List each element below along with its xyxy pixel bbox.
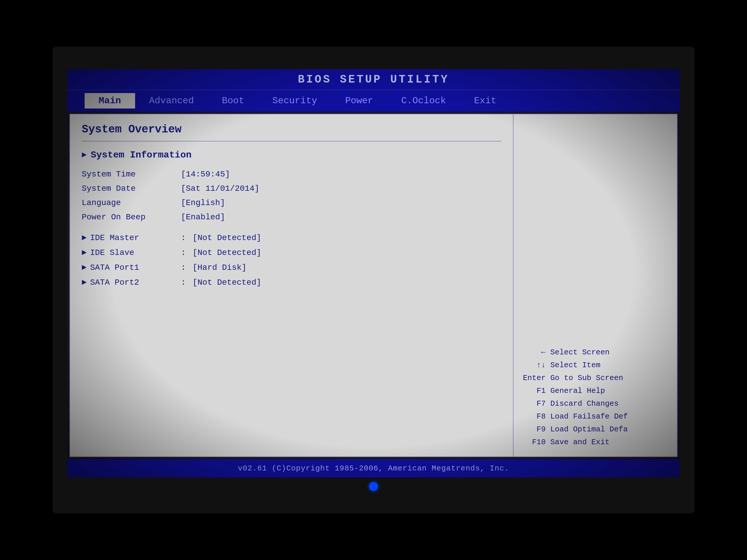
- right-panel: ← Select Screen ↑↓ Select Item Enter Go …: [514, 114, 677, 456]
- help-key-enter: Enter: [522, 374, 546, 382]
- ide-master-label[interactable]: ► IDE Master: [82, 233, 181, 242]
- power-indicator: [369, 482, 378, 491]
- footer: v02.61 (C)Copyright 1985-2006, American …: [67, 459, 680, 477]
- help-key-f7: F7: [522, 399, 546, 408]
- sata-port1-label[interactable]: ► SATA Port1: [82, 263, 181, 272]
- help-row-f9: F9 Load Optimal Defa: [522, 425, 668, 434]
- help-section: ← Select Screen ↑↓ Select Item Enter Go …: [522, 348, 668, 451]
- time-label: System Time: [82, 170, 181, 179]
- ide-master-colon: :: [181, 233, 192, 242]
- system-info-grid: System Time [14:59:45] System Date [Sat …: [82, 170, 501, 222]
- help-row-f1: F1 General Help: [522, 386, 668, 395]
- divider: [82, 141, 501, 141]
- help-key-f1: F1: [522, 386, 546, 395]
- section-title: System Overview: [82, 123, 501, 136]
- help-key-f8: F8: [522, 412, 546, 421]
- beep-value[interactable]: [Enabled]: [181, 213, 501, 222]
- sata-port2-colon: :: [181, 278, 192, 287]
- help-row-f8: F8 Load Failsafe Def: [522, 412, 668, 421]
- help-row-enter: Enter Go to Sub Screen: [522, 374, 668, 382]
- help-row-f7: F7 Discard Changes: [522, 399, 668, 408]
- nav-item-coclock[interactable]: C.Oclock: [387, 93, 460, 108]
- device-section: ► IDE Master : [Not Detected] ► IDE Slav…: [82, 233, 501, 287]
- sub-section-label: System Information: [91, 150, 192, 160]
- nav-item-power[interactable]: Power: [331, 93, 387, 108]
- date-value[interactable]: [Sat 11/01/2014]: [181, 184, 501, 193]
- nav-item-main[interactable]: Main: [85, 93, 135, 108]
- ide-master-value: [Not Detected]: [192, 233, 501, 242]
- nav-item-security[interactable]: Security: [258, 93, 331, 108]
- lang-label: Language: [82, 198, 181, 207]
- bios-container: BIOS SETUP UTILITY Main Advanced Boot Se…: [67, 69, 680, 477]
- monitor-bezel: BIOS SETUP UTILITY Main Advanced Boot Se…: [53, 47, 694, 513]
- ide-slave-arrow: ►: [82, 248, 87, 257]
- nav-item-boot[interactable]: Boot: [208, 93, 258, 108]
- help-desc-select-screen: Select Screen: [550, 348, 610, 357]
- nav-item-exit[interactable]: Exit: [460, 93, 511, 108]
- help-desc-f8: Load Failsafe Def: [550, 412, 628, 421]
- help-key-f10: F10: [522, 438, 546, 447]
- help-desc-f9: Load Optimal Defa: [550, 425, 628, 434]
- ide-master-arrow: ►: [82, 233, 87, 242]
- screen: BIOS SETUP UTILITY Main Advanced Boot Se…: [67, 69, 680, 477]
- sub-section-arrow: ►: [82, 151, 87, 160]
- bios-title: BIOS SETUP UTILITY: [298, 73, 449, 86]
- help-key-f9: F9: [522, 425, 546, 434]
- beep-label: Power On Beep: [82, 213, 181, 222]
- help-row-select-item: ↑↓ Select Item: [522, 361, 668, 370]
- date-label: System Date: [82, 184, 181, 193]
- main-content: System Overview ► System Information Sys…: [70, 114, 677, 457]
- help-desc-f10: Save and Exit: [550, 438, 610, 447]
- sub-section-header[interactable]: ► System Information: [82, 150, 501, 160]
- sata-port2-value: [Not Detected]: [192, 278, 501, 287]
- help-desc-select-item: Select Item: [550, 361, 600, 370]
- footer-text: v02.61 (C)Copyright 1985-2006, American …: [238, 464, 509, 473]
- device-grid: ► IDE Master : [Not Detected] ► IDE Slav…: [82, 233, 501, 287]
- help-key-arrow: ←: [522, 348, 546, 357]
- lang-value[interactable]: [English]: [181, 198, 501, 207]
- nav-item-advanced[interactable]: Advanced: [135, 93, 208, 108]
- ide-slave-colon: :: [181, 248, 192, 257]
- time-value[interactable]: [14:59:45]: [181, 170, 501, 179]
- sata-port1-colon: :: [181, 263, 192, 272]
- help-row-select-screen: ← Select Screen: [522, 348, 668, 357]
- ide-slave-label[interactable]: ► IDE Slave: [82, 248, 181, 257]
- left-panel: System Overview ► System Information Sys…: [70, 114, 514, 456]
- help-row-f10: F10 Save and Exit: [522, 438, 668, 447]
- help-key-updown: ↑↓: [522, 361, 546, 370]
- sata-port1-value: [Hard Disk]: [192, 263, 501, 272]
- help-desc-f7: Discard Changes: [550, 399, 619, 408]
- nav-bar[interactable]: Main Advanced Boot Security Power C.Oclo…: [67, 90, 680, 111]
- sata-port2-label[interactable]: ► SATA Port2: [82, 278, 181, 287]
- ide-slave-value: [Not Detected]: [192, 248, 501, 257]
- help-desc-enter: Go to Sub Screen: [550, 374, 623, 382]
- sata-port2-arrow: ►: [82, 278, 87, 287]
- sata-port1-arrow: ►: [82, 263, 87, 272]
- title-bar: BIOS SETUP UTILITY: [67, 69, 680, 90]
- help-desc-f1: General Help: [550, 386, 605, 395]
